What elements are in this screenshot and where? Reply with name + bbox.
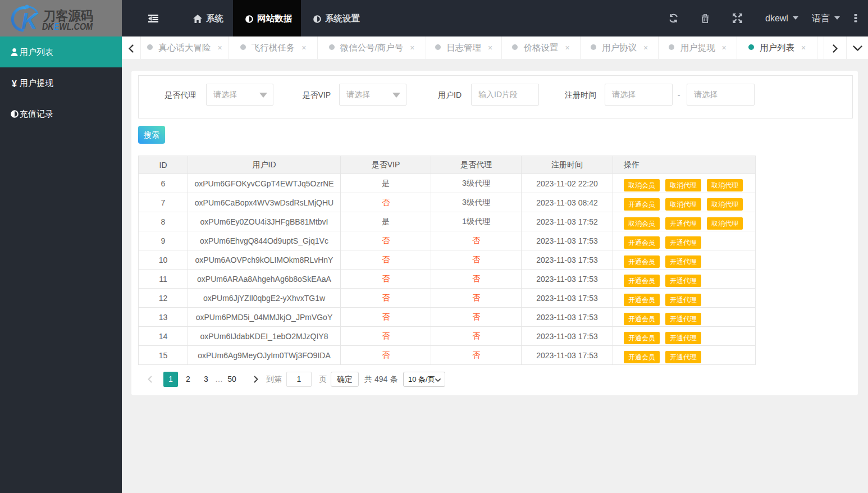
svg-text:DKEWL.COM: DKEWL.COM (42, 22, 93, 31)
svg-text:刀客源码: 刀客源码 (43, 8, 93, 23)
svg-text:K: K (21, 8, 39, 33)
